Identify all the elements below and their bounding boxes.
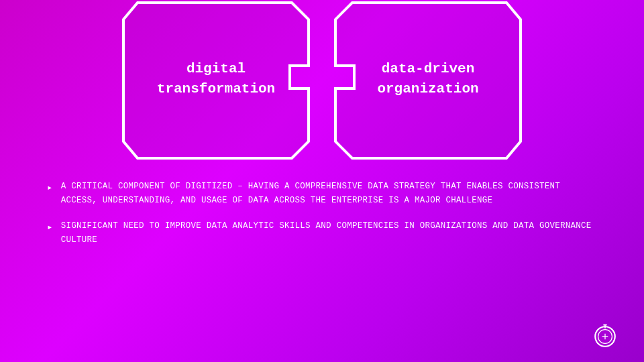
bullet-arrow-2: ▸ (47, 220, 53, 235)
box-right-line1: data-driven (382, 61, 475, 76)
boxes-wrapper: digital transformation data-driven organ… (40, 0, 604, 161)
bullet-item-1: ▸ A CRITICAL COMPONENT OF DIGITIZED – HA… (47, 180, 597, 207)
bullet-arrow-1: ▸ (47, 180, 53, 195)
svg-marker-1 (335, 3, 521, 158)
svg-marker-0 (123, 3, 309, 158)
boxes-svg: digital transformation data-driven organ… (121, 0, 523, 161)
box-left-line2: transformation (157, 81, 275, 97)
box-right-line2: organization (377, 81, 478, 97)
page-container: digital transformation data-driven organ… (0, 0, 644, 362)
bullet-item-2: ▸ SIGNIFICANT NEED TO IMPROVE DATA ANALY… (47, 219, 597, 247)
bullets-section: ▸ A CRITICAL COMPONENT OF DIGITIZED – HA… (40, 180, 604, 259)
flask-icon (593, 323, 617, 350)
bullet-text-1: A CRITICAL COMPONENT OF DIGITIZED – HAVI… (61, 180, 597, 207)
bullet-text-2: SIGNIFICANT NEED TO IMPROVE DATA ANALYTI… (61, 219, 597, 247)
box-left-line1: digital (186, 61, 246, 76)
